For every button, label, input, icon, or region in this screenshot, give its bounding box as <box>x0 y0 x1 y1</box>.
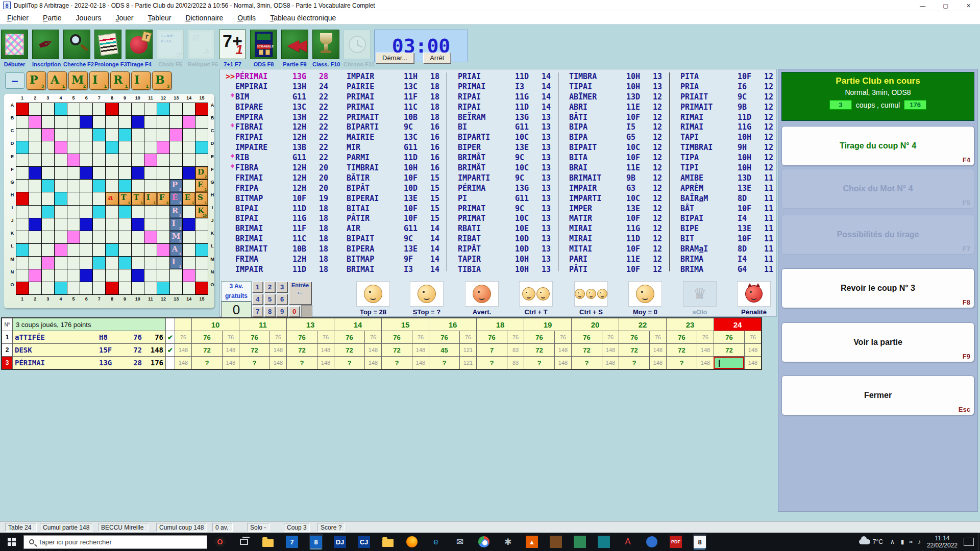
board-square[interactable] <box>55 167 67 179</box>
volume-icon[interactable]: ♪ <box>918 538 921 545</box>
table-cumul-cell[interactable]: 76 <box>270 331 286 343</box>
board-square[interactable] <box>119 231 131 243</box>
word-row[interactable]: BRIMAG411 <box>667 264 776 274</box>
board-square[interactable]: M2 <box>170 231 182 243</box>
word-row[interactable]: IMPAIR11H18 <box>333 71 443 82</box>
close-button[interactable]: ✕ <box>957 0 980 11</box>
panel-button-voir-la-partie[interactable]: Voir la partieF9 <box>781 322 974 362</box>
word-row[interactable]: BRAMaI8D11 <box>667 244 776 254</box>
board-square[interactable] <box>195 269 208 282</box>
numpad-key-8[interactable]: 8 <box>264 306 275 317</box>
word-row[interactable]: RBATI10E13 <box>445 223 554 234</box>
numpad-key-4[interactable]: 4 <box>252 294 263 305</box>
table-score-cell[interactable]: 76 <box>524 331 554 343</box>
table-cumul-cell[interactable]: 148 <box>364 344 381 356</box>
board-square[interactable] <box>157 116 169 128</box>
board-square[interactable] <box>106 269 118 282</box>
board-square[interactable] <box>106 103 118 115</box>
board-square[interactable] <box>16 192 29 205</box>
board-square[interactable] <box>16 282 29 294</box>
board-square[interactable] <box>67 269 80 282</box>
board-square[interactable] <box>132 231 144 243</box>
board-square[interactable]: I1 <box>170 218 182 231</box>
board-square[interactable] <box>93 231 105 243</box>
board-square[interactable] <box>55 282 67 294</box>
word-row[interactable]: EMPIRAI13H24 <box>222 82 331 92</box>
table-cumul-cell[interactable]: 76 <box>364 331 381 343</box>
move-word-cell[interactable]: DESK15F72148 <box>12 344 165 356</box>
board-square[interactable] <box>93 141 105 154</box>
board-square[interactable] <box>55 244 67 256</box>
word-row[interactable]: IMPAIR11D18 <box>222 264 331 274</box>
word-row[interactable]: BIPER13E13 <box>445 142 554 153</box>
word-row[interactable]: MATIR10F12 <box>556 213 665 223</box>
board-square[interactable]: E1 <box>183 192 195 205</box>
board-square[interactable] <box>106 206 118 218</box>
rack-tile[interactable]: R1 <box>110 71 130 90</box>
board-square[interactable] <box>80 257 92 269</box>
board-square[interactable] <box>144 269 157 282</box>
maximize-button[interactable]: ▢ <box>934 0 957 11</box>
board-square[interactable] <box>183 269 195 282</box>
word-row[interactable]: BRIMÂT9C13 <box>445 153 554 163</box>
board-square[interactable] <box>16 257 29 269</box>
panel-button-fermer[interactable]: FermerEsc <box>781 375 974 415</box>
word-row[interactable]: PRIMAI11C18 <box>333 102 443 112</box>
score-entry-cell[interactable] <box>714 357 744 369</box>
table-cumul-cell[interactable]: 121 <box>459 344 476 356</box>
board-square[interactable] <box>157 103 169 115</box>
table-cumul-cell[interactable]: 76 <box>412 331 429 343</box>
board-square[interactable]: T1 <box>132 192 144 205</box>
board-square[interactable] <box>144 231 157 243</box>
table-cumul-cell[interactable]: 148 <box>317 344 334 356</box>
board-square[interactable] <box>67 192 80 205</box>
board-square[interactable] <box>80 244 92 256</box>
board-square[interactable] <box>144 206 157 218</box>
word-row[interactable]: MITAI10F12 <box>556 244 665 254</box>
word-row[interactable]: RIBAT10D13 <box>445 234 554 244</box>
board-square[interactable] <box>132 206 144 218</box>
board-square[interactable] <box>67 167 80 179</box>
board-square[interactable] <box>132 167 144 179</box>
board-square[interactable] <box>29 231 41 243</box>
board-square[interactable] <box>132 154 144 166</box>
word-row[interactable]: BAÏRaM8D11 <box>667 193 776 204</box>
numpad-key-6[interactable]: 6 <box>277 294 287 305</box>
board-square[interactable] <box>29 167 41 179</box>
table-score-cell[interactable]: ? <box>571 357 602 369</box>
board-square[interactable] <box>29 154 41 166</box>
word-row[interactable]: *BIMG1122 <box>222 92 331 102</box>
numpad-key-5[interactable]: 5 <box>264 294 275 305</box>
table-cumul-cell[interactable]: 83 <box>507 344 524 356</box>
board-square[interactable] <box>55 103 67 115</box>
word-row[interactable]: BIG1113 <box>445 122 554 132</box>
taskbar-clock[interactable]: 11:14 22/02/2022 <box>927 535 958 549</box>
board-square[interactable] <box>93 257 105 269</box>
move-word-cell[interactable]: aTTIFÉEH87676 <box>12 331 165 343</box>
board-square[interactable] <box>195 141 208 154</box>
network-icon[interactable]: ≈ <box>909 538 913 545</box>
table-cumul-cell[interactable]: 148 <box>412 344 429 356</box>
word-row[interactable]: PÂTI10F12 <box>556 264 665 274</box>
table-cumul-cell[interactable]: 76 <box>317 331 334 343</box>
word-row[interactable]: BÂTI10F12 <box>556 112 665 122</box>
board-square[interactable] <box>93 103 105 115</box>
board-square[interactable] <box>195 154 208 166</box>
word-row[interactable]: RIPÂT10D13 <box>445 244 554 254</box>
board-square[interactable] <box>29 257 41 269</box>
table-cumul-cell[interactable]: 148 <box>602 344 619 356</box>
table-score-cell[interactable]: 7 <box>476 344 507 356</box>
menu-item-dictionnaire[interactable]: Dictionnaire <box>185 14 223 22</box>
word-row[interactable]: RIPAI11D14 <box>445 102 554 112</box>
board-square[interactable] <box>16 141 29 154</box>
taskbar-icon-duplitop-8-active[interactable]: 8 <box>693 534 706 549</box>
board-square[interactable] <box>55 129 67 141</box>
word-row[interactable]: PRIAI11D14 <box>445 71 554 82</box>
toolbar-item-board[interactable]: Débuter <box>1 30 28 67</box>
board-square[interactable] <box>16 206 29 218</box>
table-score-cell[interactable]: 76 <box>334 331 364 343</box>
board-square[interactable] <box>132 218 144 231</box>
board-square[interactable] <box>170 282 182 294</box>
numpad-key-0[interactable]: 0 <box>289 306 300 317</box>
word-row[interactable]: TIMBRAI9H12 <box>667 142 776 153</box>
